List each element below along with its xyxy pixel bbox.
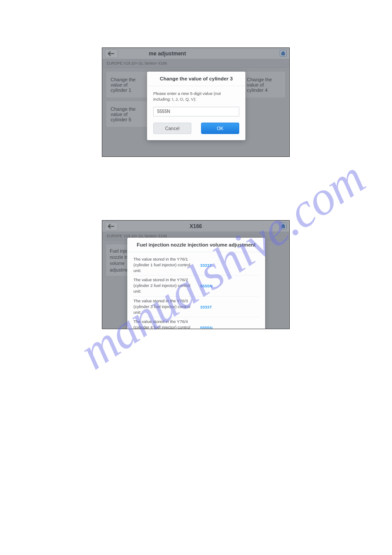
dialog-title: Change the value of cylinder 3	[147, 72, 245, 86]
device-screen-2: X166 EUROPE V19.10> GL Series> X166 Fuel…	[102, 220, 290, 329]
value-input[interactable]	[153, 107, 239, 116]
table-row: The value stored in the Y76/3 (cylinder …	[133, 297, 259, 317]
table-row: The value stored in the Y76/2 (cylinder …	[133, 276, 259, 296]
dialog-message: Please enter a new 5-digit value (not in…	[153, 91, 239, 102]
change-value-dialog: Change the value of cylinder 3 Please en…	[147, 72, 245, 140]
row-label: The value stored in the Y76/3 (cylinder …	[133, 298, 200, 315]
row-label: The value stored in the Y76/4 (cylinder …	[133, 319, 200, 329]
table-row: The value stored in the Y76/1 (cylinder …	[133, 255, 259, 276]
row-label: The value stored in the Y76/1 (cylinder …	[133, 257, 200, 273]
cancel-button[interactable]: Cancel	[153, 123, 191, 134]
row-value: 5555N	[200, 325, 259, 329]
dialog-title: Fuel injection nozzle injection volume a…	[127, 238, 265, 252]
table-row: The value stored in the Y76/4 (cylinder …	[133, 317, 259, 329]
row-value: 3333T	[200, 305, 259, 309]
value-table: The value stored in the Y76/1 (cylinder …	[133, 255, 259, 329]
row-value: 5555N	[200, 283, 259, 288]
device-screen-1: me adjustment EUROPE V19.10> GL Series> …	[102, 47, 290, 157]
volume-adjustment-dialog: Fuel injection nozzle injection volume a…	[127, 238, 265, 329]
ok-button[interactable]: OK	[201, 123, 239, 134]
row-value: 3333T	[200, 263, 259, 268]
row-label: The value stored in the Y76/2 (cylinder …	[133, 277, 200, 294]
